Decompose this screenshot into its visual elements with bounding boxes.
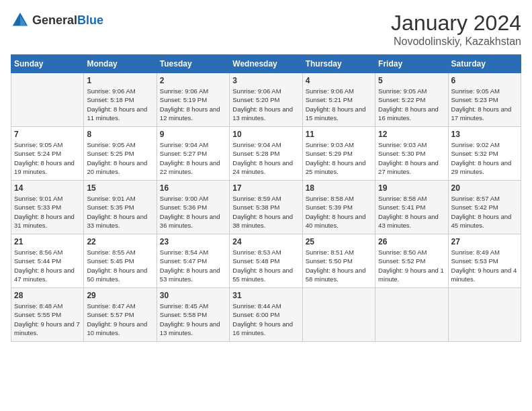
- day-number: 17: [232, 183, 299, 193]
- calendar-day-cell: 17Sunrise: 8:59 AMSunset: 5:38 PMDayligh…: [230, 181, 302, 234]
- logo: GeneralBlue: [11, 11, 103, 30]
- day-number: 28: [14, 291, 81, 300]
- day-info: Sunrise: 9:06 AMSunset: 5:19 PMDaylight:…: [160, 87, 226, 122]
- day-info: Sunrise: 9:05 AMSunset: 5:24 PMDaylight:…: [14, 140, 81, 176]
- day-number: 16: [160, 183, 226, 193]
- calendar-day-cell: 26Sunrise: 8:50 AMSunset: 5:52 PMDayligh…: [375, 234, 448, 288]
- calendar-day-cell: [11, 73, 84, 127]
- day-info: Sunrise: 8:44 AMSunset: 6:00 PMDaylight:…: [232, 302, 299, 337]
- day-info: Sunrise: 8:48 AMSunset: 5:55 PMDaylight:…: [14, 302, 81, 337]
- day-number: 26: [378, 237, 445, 246]
- day-number: 8: [87, 130, 153, 139]
- day-info: Sunrise: 8:54 AMSunset: 5:47 PMDaylight:…: [160, 248, 226, 283]
- day-number: 31: [232, 291, 299, 300]
- day-number: 4: [306, 76, 372, 85]
- calendar-day-cell: 20Sunrise: 8:57 AMSunset: 5:42 PMDayligh…: [448, 181, 521, 234]
- calendar-day-cell: [448, 288, 521, 342]
- location-title: Novodolinskiy, Kazakhstan: [391, 36, 521, 48]
- calendar-day-cell: 24Sunrise: 8:53 AMSunset: 5:48 PMDayligh…: [230, 234, 302, 288]
- header: GeneralBlue January 2024 Novodolinskiy, …: [11, 11, 521, 48]
- calendar-day-cell: 1Sunrise: 9:06 AMSunset: 5:18 PMDaylight…: [84, 73, 157, 127]
- month-title: January 2024: [391, 11, 521, 36]
- calendar-body: 1Sunrise: 9:06 AMSunset: 5:18 PMDaylight…: [11, 73, 521, 342]
- day-info: Sunrise: 9:05 AMSunset: 5:25 PMDaylight:…: [87, 140, 153, 176]
- calendar-day-cell: 29Sunrise: 8:47 AMSunset: 5:57 PMDayligh…: [84, 288, 157, 342]
- calendar-day-cell: 21Sunrise: 8:56 AMSunset: 5:44 PMDayligh…: [11, 234, 84, 288]
- day-number: 22: [87, 237, 153, 246]
- calendar-day-cell: 12Sunrise: 9:03 AMSunset: 5:30 PMDayligh…: [375, 127, 448, 181]
- title-area: January 2024 Novodolinskiy, Kazakhstan: [391, 11, 521, 48]
- calendar-day-cell: 22Sunrise: 8:55 AMSunset: 5:45 PMDayligh…: [84, 234, 157, 288]
- weekday-header-cell: Thursday: [302, 55, 375, 73]
- day-number: 10: [232, 130, 299, 139]
- calendar-week-row: 28Sunrise: 8:48 AMSunset: 5:55 PMDayligh…: [11, 288, 521, 342]
- day-number: 23: [160, 237, 226, 246]
- calendar-day-cell: 7Sunrise: 9:05 AMSunset: 5:24 PMDaylight…: [11, 127, 84, 181]
- calendar-week-row: 1Sunrise: 9:06 AMSunset: 5:18 PMDaylight…: [11, 73, 521, 127]
- calendar-day-cell: 14Sunrise: 9:01 AMSunset: 5:33 PMDayligh…: [11, 181, 84, 234]
- calendar-day-cell: 5Sunrise: 9:05 AMSunset: 5:22 PMDaylight…: [375, 73, 448, 127]
- calendar-day-cell: 31Sunrise: 8:44 AMSunset: 6:00 PMDayligh…: [230, 288, 302, 342]
- day-info: Sunrise: 9:06 AMSunset: 5:21 PMDaylight:…: [306, 87, 372, 122]
- day-number: 30: [160, 291, 226, 300]
- weekday-header-cell: Friday: [375, 55, 448, 73]
- day-number: 18: [306, 183, 372, 193]
- day-number: 6: [451, 76, 518, 85]
- day-info: Sunrise: 9:02 AMSunset: 5:32 PMDaylight:…: [451, 140, 518, 176]
- day-info: Sunrise: 8:45 AMSunset: 5:58 PMDaylight:…: [160, 302, 226, 337]
- calendar-day-cell: 15Sunrise: 9:01 AMSunset: 5:35 PMDayligh…: [84, 181, 157, 234]
- day-number: 15: [87, 183, 153, 193]
- day-number: 24: [232, 237, 299, 246]
- day-info: Sunrise: 9:01 AMSunset: 5:35 PMDaylight:…: [87, 194, 153, 230]
- day-info: Sunrise: 8:57 AMSunset: 5:42 PMDaylight:…: [451, 194, 518, 230]
- day-info: Sunrise: 8:55 AMSunset: 5:45 PMDaylight:…: [87, 248, 153, 283]
- day-number: 19: [378, 183, 445, 193]
- day-info: Sunrise: 8:51 AMSunset: 5:50 PMDaylight:…: [306, 248, 372, 283]
- weekday-header-cell: Saturday: [448, 55, 521, 73]
- calendar-day-cell: 28Sunrise: 8:48 AMSunset: 5:55 PMDayligh…: [11, 288, 84, 342]
- day-info: Sunrise: 9:06 AMSunset: 5:20 PMDaylight:…: [232, 87, 299, 122]
- day-number: 1: [87, 76, 153, 85]
- calendar-day-cell: 10Sunrise: 9:04 AMSunset: 5:28 PMDayligh…: [230, 127, 302, 181]
- calendar-day-cell: 25Sunrise: 8:51 AMSunset: 5:50 PMDayligh…: [302, 234, 375, 288]
- weekday-header-cell: Monday: [84, 55, 157, 73]
- calendar-day-cell: 16Sunrise: 9:00 AMSunset: 5:36 PMDayligh…: [157, 181, 229, 234]
- day-number: 13: [451, 130, 518, 139]
- weekday-header-cell: Wednesday: [230, 55, 302, 73]
- calendar-day-cell: [302, 288, 375, 342]
- day-info: Sunrise: 9:04 AMSunset: 5:27 PMDaylight:…: [160, 140, 226, 176]
- calendar-day-cell: 9Sunrise: 9:04 AMSunset: 5:27 PMDaylight…: [157, 127, 229, 181]
- calendar-day-cell: 4Sunrise: 9:06 AMSunset: 5:21 PMDaylight…: [302, 73, 375, 127]
- calendar-day-cell: 8Sunrise: 9:05 AMSunset: 5:25 PMDaylight…: [84, 127, 157, 181]
- day-number: 3: [232, 76, 299, 85]
- calendar-day-cell: 30Sunrise: 8:45 AMSunset: 5:58 PMDayligh…: [157, 288, 229, 342]
- calendar-table: SundayMondayTuesdayWednesdayThursdayFrid…: [11, 54, 521, 342]
- weekday-header-row: SundayMondayTuesdayWednesdayThursdayFrid…: [11, 55, 521, 73]
- calendar-week-row: 7Sunrise: 9:05 AMSunset: 5:24 PMDaylight…: [11, 127, 521, 181]
- calendar-day-cell: 27Sunrise: 8:49 AMSunset: 5:53 PMDayligh…: [448, 234, 521, 288]
- calendar-day-cell: 6Sunrise: 9:05 AMSunset: 5:23 PMDaylight…: [448, 73, 521, 127]
- calendar-week-row: 21Sunrise: 8:56 AMSunset: 5:44 PMDayligh…: [11, 234, 521, 288]
- day-number: 2: [160, 76, 226, 85]
- calendar-day-cell: 3Sunrise: 9:06 AMSunset: 5:20 PMDaylight…: [230, 73, 302, 127]
- weekday-header-cell: Sunday: [11, 55, 84, 73]
- day-info: Sunrise: 8:49 AMSunset: 5:53 PMDaylight:…: [451, 248, 518, 283]
- day-info: Sunrise: 8:47 AMSunset: 5:57 PMDaylight:…: [87, 302, 153, 337]
- day-number: 21: [14, 237, 81, 246]
- logo-general: General: [32, 13, 77, 27]
- day-number: 14: [14, 183, 81, 193]
- day-info: Sunrise: 9:04 AMSunset: 5:28 PMDaylight:…: [232, 140, 299, 176]
- calendar-day-cell: 2Sunrise: 9:06 AMSunset: 5:19 PMDaylight…: [157, 73, 229, 127]
- day-number: 27: [451, 237, 518, 246]
- day-info: Sunrise: 9:00 AMSunset: 5:36 PMDaylight:…: [160, 194, 226, 230]
- logo-icon: [11, 11, 30, 30]
- day-info: Sunrise: 9:01 AMSunset: 5:33 PMDaylight:…: [14, 194, 81, 230]
- calendar-day-cell: 13Sunrise: 9:02 AMSunset: 5:32 PMDayligh…: [448, 127, 521, 181]
- day-number: 20: [451, 183, 518, 193]
- day-number: 11: [306, 130, 372, 139]
- calendar-day-cell: [375, 288, 448, 342]
- day-info: Sunrise: 8:50 AMSunset: 5:52 PMDaylight:…: [378, 248, 445, 283]
- calendar-day-cell: 11Sunrise: 9:03 AMSunset: 5:29 PMDayligh…: [302, 127, 375, 181]
- weekday-header-cell: Tuesday: [157, 55, 229, 73]
- day-info: Sunrise: 8:56 AMSunset: 5:44 PMDaylight:…: [14, 248, 81, 283]
